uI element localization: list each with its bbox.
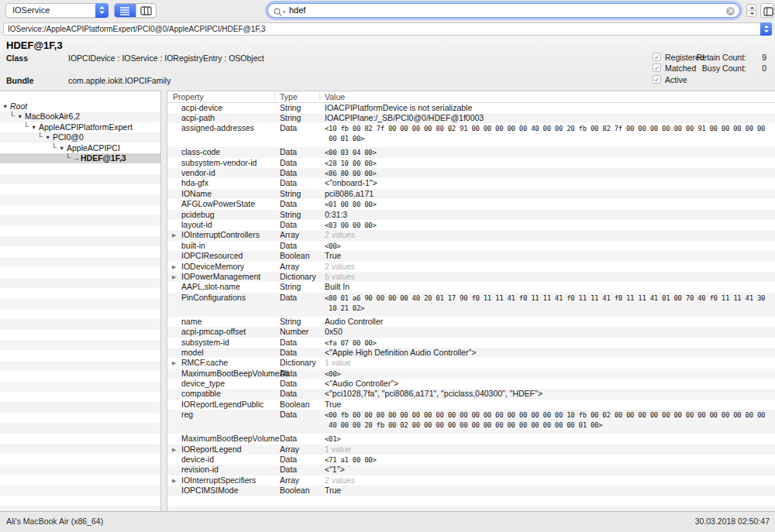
table-row-revision-id[interactable]: revision-idData<"1"> — [167, 465, 775, 475]
property-value: True — [325, 251, 773, 262]
registry-path-combobox[interactable]: IOService:/AppleACPIPlatformExpert/PCI0@… — [3, 22, 772, 36]
search-field[interactable]: hdef — [267, 3, 740, 18]
table-row-IOInterruptControllers[interactable]: ▶IOInterruptControllersArray2 values — [167, 230, 775, 240]
tree-item-PCI0@0[interactable]: └▼PCI0@0 — [0, 132, 160, 142]
tree-item-HDEF@1F,3[interactable]: └→HDEF@1F,3 — [0, 153, 160, 163]
property-value: <80 01 a6 90 00 00 00 40 20 01 17 90 f0 … — [325, 293, 773, 314]
table-row-AFGLowPowerState[interactable]: AFGLowPowerStateData<01 00 00 00> — [167, 199, 775, 209]
property-value: True — [325, 486, 773, 496]
disclosure-triangle-icon[interactable]: ▶ — [172, 358, 176, 369]
table-row-IODeviceMemory[interactable]: ▶IODeviceMemoryArray2 values — [167, 262, 775, 272]
column-header-value[interactable]: Value — [325, 91, 345, 102]
column-view-button[interactable] — [136, 4, 157, 17]
table-row-built-in[interactable]: built-inData<00> — [167, 241, 775, 251]
table-row-IOPCIResourced[interactable]: IOPCIResourcedBooleanTrue — [167, 251, 775, 261]
tree-item-Root[interactable]: ▼Root — [0, 101, 160, 112]
property-value: <"onboard-1"> — [325, 178, 773, 189]
table-row-layout-id[interactable]: layout-idData<03 00 00 00> — [167, 220, 775, 230]
tree-item-MacBookAir6,2[interactable]: └▼MacBookAir6,2 — [0, 112, 160, 122]
table-row-IOPCIMSIMode[interactable]: IOPCIMSIModeBooleanTrue — [167, 486, 775, 496]
table-row-device-id[interactable]: device-idData<71 a1 00 00> — [167, 455, 775, 465]
disclosure-triangle-icon[interactable]: ▼ — [59, 143, 64, 153]
tree-stripe — [0, 350, 160, 360]
disclosure-triangle-icon[interactable]: ▼ — [31, 122, 36, 132]
table-row-hda-gfx[interactable]: hda-gfxData<"onboard-1"> — [167, 178, 775, 188]
checkbox-active[interactable]: ✓ — [653, 75, 661, 84]
table-row-AAPL,slot-name[interactable]: AAPL,slot-nameStringBuilt In — [167, 282, 775, 292]
disclosure-triangle-icon[interactable]: ▶ — [172, 230, 176, 241]
disclosure-triangle-icon[interactable]: ▼ — [17, 112, 22, 122]
table-row-assigned-addresses[interactable]: assigned-addressesData<10 fb 00 82 7f 00… — [167, 123, 775, 147]
table-row-acpi-path[interactable]: acpi-pathStringIOACPIPlane:/_SB/PCI0@0/H… — [167, 113, 775, 123]
table-row-acpi-device[interactable]: acpi-deviceStringIOACPIPlatformDevice is… — [167, 103, 775, 113]
disclosure-triangle-icon[interactable]: ▶ — [172, 262, 176, 273]
property-name: RMCF.cache — [181, 358, 228, 369]
table-row-vendor-id[interactable]: vendor-idData<86 80 00 00> — [167, 168, 775, 178]
property-value: 0:31:3 — [325, 210, 773, 221]
property-name: model — [181, 348, 204, 359]
tree-item-AppleACPIPlatformExpert[interactable]: └▼AppleACPIPlatformExpert — [0, 122, 160, 132]
table-row-reg[interactable]: regData<00 fb 00 00 00 00 00 00 00 00 00… — [167, 410, 775, 434]
table-row-IOInterruptSpecifiers[interactable]: ▶IOInterruptSpecifiersArray2 values — [167, 475, 775, 486]
table-row-acpi-pmcap-offset[interactable]: acpi-pmcap-offsetNumber0x50 — [167, 327, 775, 337]
clear-search-icon[interactable] — [726, 7, 735, 15]
plane-selector-popup[interactable]: IOService — [5, 3, 108, 18]
tree-stripe — [0, 434, 160, 444]
inspector-toggle-button[interactable] — [760, 3, 774, 18]
disclosure-triangle-icon[interactable]: ▼ — [2, 101, 8, 112]
popup-updown-arrows-icon — [95, 3, 108, 18]
property-name: IOInterruptControllers — [181, 230, 260, 241]
tree-stripe — [0, 309, 160, 319]
column-divider[interactable] — [274, 92, 275, 101]
column-header-property[interactable]: Property — [173, 91, 204, 102]
column-header-type[interactable]: Type — [280, 91, 298, 102]
property-value: pci8086,a171 — [325, 189, 773, 200]
table-row-IOPowerManagement[interactable]: ▶IOPowerManagementDictionary5 values — [167, 272, 775, 282]
table-row-subsystem-id[interactable]: subsystem-idData<fa 07 00 00> — [167, 338, 775, 348]
column-divider[interactable] — [319, 92, 320, 101]
table-row-name[interactable]: nameStringAudio Controller — [167, 317, 775, 327]
table-row-device_type[interactable]: device_typeData<"Audio Controller"> — [167, 379, 775, 389]
property-type: Data — [280, 241, 297, 252]
search-icon[interactable] — [274, 6, 287, 20]
selected-object-title: HDEF@1F,3 — [6, 39, 63, 51]
checkbox-registered[interactable]: ✓ — [653, 53, 661, 61]
tree-stripe — [0, 423, 160, 433]
tree-stripe — [0, 382, 160, 392]
property-type: Data — [280, 293, 297, 304]
tree-stripe — [0, 371, 160, 381]
table-row-RMCF.cache[interactable]: ▶RMCF.cacheDictionary1 value — [167, 358, 775, 368]
list-view-button[interactable] — [115, 4, 136, 17]
property-name: IOName — [181, 189, 212, 200]
property-name: reg — [181, 410, 193, 420]
property-type: Data — [280, 379, 297, 390]
search-input-value[interactable]: hdef — [289, 4, 305, 17]
column-view-icon — [140, 6, 152, 15]
table-row-subsystem-vendor-id[interactable]: subsystem-vendor-idData<28 10 00 00> — [167, 158, 775, 168]
table-row-pcidebug[interactable]: pcidebugString0:31:3 — [167, 210, 775, 220]
disclosure-triangle-icon[interactable]: ▶ — [172, 444, 176, 455]
table-row-IOReportLegendPublic[interactable]: IOReportLegendPublicBooleanTrue — [167, 400, 775, 410]
stepper-down-button[interactable] — [746, 10, 756, 17]
tree-stripe — [0, 195, 160, 205]
table-row-model[interactable]: modelData<"Apple High Definition Audio C… — [167, 348, 775, 358]
table-row-IOReportLegend[interactable]: ▶IOReportLegendArray1 value — [167, 444, 775, 455]
table-row-IOName[interactable]: IONameStringpci8086,a171 — [167, 189, 775, 199]
disclosure-triangle-icon[interactable]: ▶ — [172, 272, 176, 283]
table-row-compatible[interactable]: compatibleData<"pci1028,7fa", "pci8086,a… — [167, 389, 775, 399]
path-dropdown-icon[interactable] — [760, 22, 772, 36]
property-name: AAPL,slot-name — [181, 282, 240, 293]
table-row-MaximumBootBeepVolume[interactable]: MaximumBootBeepVolumeData<01> — [167, 434, 775, 444]
disclosure-triangle-icon[interactable]: ▼ — [45, 132, 50, 142]
checkbox-row: ✓Active — [653, 74, 738, 85]
property-name: device-id — [181, 455, 214, 465]
checkbox-matched[interactable]: ✓ — [653, 63, 661, 72]
tree-stripe — [0, 298, 160, 308]
table-row-PinConfigurations[interactable]: PinConfigurationsData<80 01 a6 90 00 00 … — [167, 293, 775, 317]
table-row-MaximumBootBeepVolumeAlt[interactable]: MaximumBootBeepVolumeAltData<00> — [167, 369, 775, 379]
table-row-class-code[interactable]: class-codeData<00 03 04 00> — [167, 147, 775, 157]
disclosure-triangle-icon[interactable]: ▶ — [172, 475, 176, 486]
tree-stripe — [0, 174, 160, 184]
property-value: 2 values — [325, 230, 773, 241]
tree-item-AppleACPIPCI[interactable]: └▼AppleACPIPCI — [0, 143, 160, 153]
